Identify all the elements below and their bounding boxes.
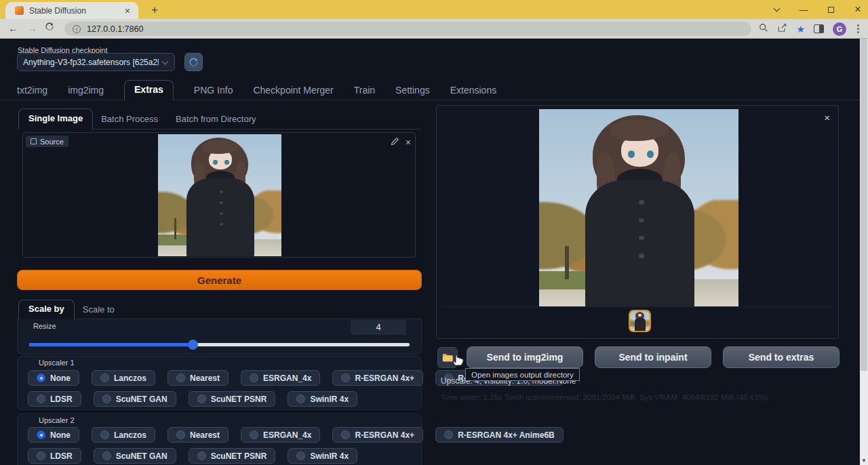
tab-settings[interactable]: Settings — [395, 85, 430, 100]
send-to-extras-button[interactable]: Send to extras — [723, 346, 840, 368]
upscaler2-option-r-esrgan-anime6b[interactable]: R-ESRGAN 4x+ Anime6B — [435, 427, 564, 443]
tab-batch-from-directory[interactable]: Batch from Directory — [176, 114, 256, 129]
result-gallery: × — [436, 105, 839, 339]
upscaler2-option-scunet-gan[interactable]: ScuNET GAN — [94, 448, 176, 464]
upscaler1-label: Upscaler 1 — [39, 359, 75, 367]
upscaler1-option-none[interactable]: None — [28, 370, 79, 386]
tab-extras[interactable]: Extras — [124, 80, 174, 100]
browser-menu-icon[interactable] — [855, 24, 861, 33]
new-tab-button[interactable]: + — [146, 2, 163, 18]
upscaler2-option-r-esrgan-4x[interactable]: R-ESRGAN 4x+ — [332, 427, 423, 443]
site-info-icon[interactable]: i — [73, 25, 81, 33]
tab-extensions[interactable]: Extensions — [450, 85, 496, 100]
image-icon — [31, 138, 37, 144]
tab-close-icon[interactable]: × — [122, 5, 133, 16]
upscaler1-option-nearest[interactable]: Nearest — [167, 370, 229, 386]
scale-tabs: Scale by Scale to — [18, 300, 132, 319]
refresh-checkpoints-button[interactable] — [184, 53, 203, 71]
radio-icon — [341, 373, 350, 382]
send-to-img2img-button[interactable]: Send to img2img — [467, 346, 583, 368]
tab-checkpoint-merger[interactable]: Checkpoint Merger — [253, 85, 333, 100]
refresh-page-icon[interactable] — [45, 22, 54, 33]
upscaler1-option-r-esrgan-4x[interactable]: R-ESRGAN 4x+ — [332, 370, 423, 386]
resize-label: Resize — [33, 322, 56, 330]
radio-icon — [250, 373, 258, 382]
close-gallery-icon[interactable]: × — [824, 112, 830, 123]
radio-icon — [100, 373, 109, 382]
clear-image-icon[interactable]: × — [406, 138, 411, 147]
bookmark-star-icon[interactable]: ★ — [796, 24, 805, 35]
folder-button-tooltip: Open images output directory — [465, 368, 580, 381]
upscaler2-option-scunet-psnr[interactable]: ScuNET PSNR — [189, 448, 276, 464]
radio-icon — [197, 451, 206, 460]
window-maximize-button[interactable] — [826, 5, 835, 15]
radio-icon — [250, 430, 258, 439]
generate-button[interactable]: Generate — [17, 270, 422, 290]
radio-icon — [100, 430, 109, 439]
upscaler2-label: Upscaler 2 — [39, 416, 75, 424]
checkpoint-dropdown[interactable]: Anything-V3-fp32.safetensors [625a2ba2] — [17, 53, 175, 71]
extras-mode-tabs: Single Image Batch Process Batch from Di… — [18, 108, 274, 129]
scrollbar-down-arrow[interactable]: ▼ — [860, 458, 868, 464]
resize-slider-fill — [29, 343, 193, 346]
tab-train[interactable]: Train — [354, 85, 375, 100]
favicon-icon — [15, 6, 24, 15]
upscaler1-option-scunet-gan[interactable]: ScuNET GAN — [94, 391, 176, 407]
upscaler2-option-swinir-4x[interactable]: SwinIR 4x — [288, 448, 357, 464]
tab-batch-process[interactable]: Batch Process — [101, 114, 158, 129]
upscaler1-option-ldsr[interactable]: LDSR — [28, 391, 81, 407]
upscaler2-option-ldsr[interactable]: LDSR — [28, 448, 81, 464]
upscaler1-option-lanczos[interactable]: Lanczos — [92, 370, 155, 386]
upscaler2-option-none[interactable]: None — [28, 427, 79, 443]
side-panel-icon[interactable] — [814, 24, 824, 33]
upscaler2-option-esrgan-4x[interactable]: ESRGAN_4x — [241, 427, 320, 443]
upscaler2-option-lanczos[interactable]: Lanczos — [92, 427, 155, 443]
tab-scale-to[interactable]: Scale to — [83, 304, 115, 319]
source-image — [158, 134, 281, 256]
radio-icon — [176, 373, 185, 382]
resize-panel: Resize 4 — [17, 319, 422, 355]
scrollbar-thumb[interactable] — [861, 39, 867, 371]
upscaler2-panel: Upscaler 2 None Lanczos Nearest ESRGAN_4… — [17, 413, 422, 465]
resize-slider[interactable] — [29, 343, 410, 346]
tab-png-info[interactable]: PNG Info — [194, 85, 233, 100]
page-scrollbar[interactable]: ▼ — [860, 39, 868, 465]
zoom-icon[interactable] — [759, 23, 768, 35]
url-text: 127.0.0.1:7860 — [87, 24, 143, 34]
gallery-thumbnail-selected[interactable] — [629, 310, 651, 332]
source-image-dropzone[interactable]: Source × — [22, 132, 416, 258]
window-close-button[interactable]: × — [853, 3, 863, 16]
window-minimize-button[interactable]: — — [799, 5, 808, 15]
radio-selected-icon — [37, 373, 45, 382]
resize-slider-thumb[interactable] — [188, 340, 198, 350]
profile-avatar[interactable]: G — [833, 22, 846, 36]
upscaler1-option-scunet-psnr[interactable]: ScuNET PSNR — [189, 391, 276, 407]
resize-value-input[interactable]: 4 — [351, 320, 406, 335]
upscaler1-panel: Upscaler 1 None Lanczos Nearest ESRGAN_4… — [17, 356, 422, 410]
forward-icon[interactable]: → — [27, 22, 37, 34]
upscaler2-option-nearest[interactable]: Nearest — [167, 427, 229, 443]
upscaler1-option-esrgan-4x[interactable]: ESRGAN_4x — [241, 370, 320, 386]
address-bar[interactable]: i 127.0.0.1:7860 — [64, 22, 751, 36]
radio-icon — [37, 451, 45, 460]
upscaler1-option-swinir-4x[interactable]: SwinIR 4x — [288, 391, 357, 407]
browser-tabstrip: Stable Diffusion × + — × — [0, 0, 868, 19]
browser-tab-title: Stable Diffusion — [29, 6, 122, 16]
radio-icon — [102, 395, 111, 403]
browser-tab[interactable]: Stable Diffusion × — [5, 2, 138, 19]
gallery-divider — [441, 306, 834, 307]
tab-search-icon[interactable] — [772, 5, 781, 15]
tab-single-image[interactable]: Single Image — [18, 108, 93, 129]
radio-selected-icon — [37, 430, 45, 439]
browser-toolbar: ← → i 127.0.0.1:7860 ★ G — [0, 19, 868, 39]
tab-scale-by[interactable]: Scale by — [18, 300, 75, 319]
share-icon[interactable] — [777, 23, 787, 35]
back-icon[interactable]: ← — [8, 22, 18, 34]
radio-icon — [296, 451, 305, 460]
tab-txt2img[interactable]: txt2img — [17, 85, 47, 100]
send-to-inpaint-button[interactable]: Send to inpaint — [595, 346, 711, 368]
source-badge: Source — [26, 136, 68, 147]
edit-image-icon[interactable] — [391, 136, 399, 148]
result-image[interactable] — [539, 109, 738, 307]
tab-img2img[interactable]: img2img — [68, 85, 104, 100]
